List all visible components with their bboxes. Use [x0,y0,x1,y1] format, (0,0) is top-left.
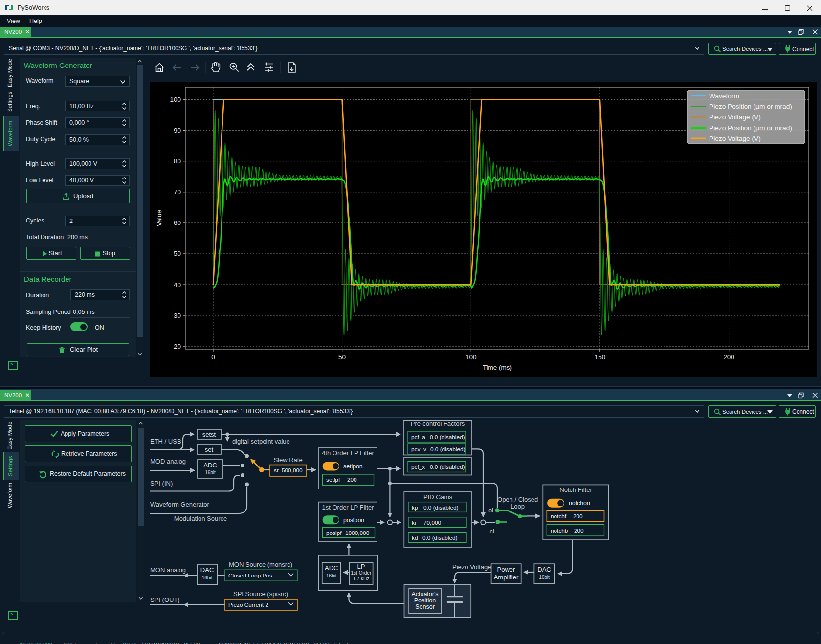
svg-text:pcf_x: pcf_x [411,464,425,470]
svg-text:16bit: 16bit [539,575,550,580]
svg-text:set: set [205,446,214,453]
svg-text:50: 50 [174,250,181,257]
svg-text:500,000: 500,000 [282,467,303,474]
svg-text:ki: ki [412,519,416,526]
svg-text:80: 80 [174,157,181,165]
svg-text:150: 150 [595,354,606,361]
svg-text:200: 200 [347,476,357,483]
svg-text:kp: kp [412,504,418,511]
svg-text:200: 200 [723,354,734,361]
svg-text:Waveform Generator: Waveform Generator [150,501,210,508]
svg-text:MOD analog: MOD analog [150,458,186,465]
svg-text:1.7 kHz: 1.7 kHz [353,576,369,581]
svg-text:1st Order: 1st Order [351,570,372,576]
svg-text:100: 100 [170,96,181,103]
svg-text:pcv_v: pcv_v [411,446,426,453]
svg-text:sr: sr [274,467,279,474]
svg-text:Closed Loop Pos.: Closed Loop Pos. [228,572,274,579]
svg-text:Sensor: Sensor [415,603,435,610]
svg-text:setlpon: setlpon [343,463,363,470]
svg-text:Amplifier: Amplifier [494,574,519,581]
svg-text:60: 60 [174,219,181,226]
svg-text:30: 30 [174,312,181,319]
svg-text:Piezo Voltage (V): Piezo Voltage (V) [709,113,761,121]
svg-text:0.0 (disabled): 0.0 (disabled) [430,434,465,441]
svg-text:MON analog: MON analog [150,566,186,574]
svg-text:Value: Value [155,210,163,226]
svg-text:kd: kd [412,534,418,541]
svg-text:PID Gains: PID Gains [423,493,453,501]
svg-text:ETH / USB: ETH / USB [150,438,181,445]
svg-text:1000,000: 1000,000 [345,530,370,536]
svg-text:pcf_a: pcf_a [411,434,425,441]
svg-text:Piezo Voltage: Piezo Voltage [452,563,491,571]
svg-text:notchon: notchon [569,500,590,507]
svg-text:SPI Source (spisrc): SPI Source (spisrc) [233,590,288,598]
svg-text:Piezo Current 2: Piezo Current 2 [228,601,268,608]
svg-text:notchf: notchf [551,513,567,520]
svg-text:digital setpoint value: digital setpoint value [232,438,290,445]
svg-text:70: 70 [174,188,181,196]
svg-text:40: 40 [174,281,181,289]
svg-text:MON Source (monsrc): MON Source (monsrc) [229,561,292,568]
svg-text:Modulation Source: Modulation Source [174,515,227,522]
svg-text:setst: setst [202,431,216,438]
svg-text:poslpf: poslpf [326,530,342,536]
svg-text:ADC: ADC [203,462,217,469]
svg-text:ol: ol [488,507,493,514]
svg-text:0.0 (disabled): 0.0 (disabled) [430,464,465,470]
svg-text:Waveform: Waveform [709,92,739,100]
svg-text:200: 200 [574,527,584,534]
svg-text:20: 20 [174,343,181,350]
svg-text:Piezo Position (µm or mrad): Piezo Position (µm or mrad) [709,124,792,132]
svg-text:SPI (OUT): SPI (OUT) [150,596,180,603]
svg-text:16bit: 16bit [205,470,216,475]
svg-text:DAC: DAC [537,566,551,573]
svg-text:Open / Closed: Open / Closed [497,496,538,503]
svg-text:cl: cl [490,528,495,535]
svg-text:1st Order LP Filter: 1st Order LP Filter [322,504,375,511]
svg-text:Position: Position [414,597,436,604]
svg-text:DAC: DAC [200,566,214,574]
svg-text:70,000: 70,000 [423,519,442,526]
svg-text:90: 90 [174,127,181,134]
svg-text:setlpf: setlpf [326,476,340,483]
svg-text:16bit: 16bit [326,573,337,578]
svg-text:Power: Power [497,566,516,573]
svg-text:Piezo Position (µm or mrad): Piezo Position (µm or mrad) [709,103,792,110]
svg-text:100: 100 [466,354,477,361]
svg-text:200: 200 [573,513,583,520]
svg-text:16bit: 16bit [202,575,213,580]
svg-text:notchb: notchb [551,527,568,534]
svg-text:ADC: ADC [325,564,338,572]
svg-text:Slew Rate: Slew Rate [273,456,302,464]
svg-text:50: 50 [338,354,346,361]
svg-text:Piezo Voltage (V): Piezo Voltage (V) [709,135,761,142]
svg-text:0.0 (disabled): 0.0 (disabled) [430,446,466,453]
svg-text:Notch Filter: Notch Filter [559,486,592,493]
svg-text:LP: LP [357,563,365,570]
svg-text:Pre-control Factors: Pre-control Factors [411,420,465,427]
svg-text:0: 0 [211,354,215,361]
svg-text:4th Order LP Filter: 4th Order LP Filter [322,449,374,457]
svg-text:0.0 (disabled): 0.0 (disabled) [422,534,458,541]
svg-text:Actuator's: Actuator's [411,591,438,598]
svg-text:SPI (IN): SPI (IN) [150,480,173,487]
svg-text:poslpon: poslpon [343,517,364,524]
svg-text:Time (ms): Time (ms) [483,364,512,371]
svg-text:0.0 (disabled): 0.0 (disabled) [423,504,459,511]
svg-text:Loop: Loop [510,503,525,510]
